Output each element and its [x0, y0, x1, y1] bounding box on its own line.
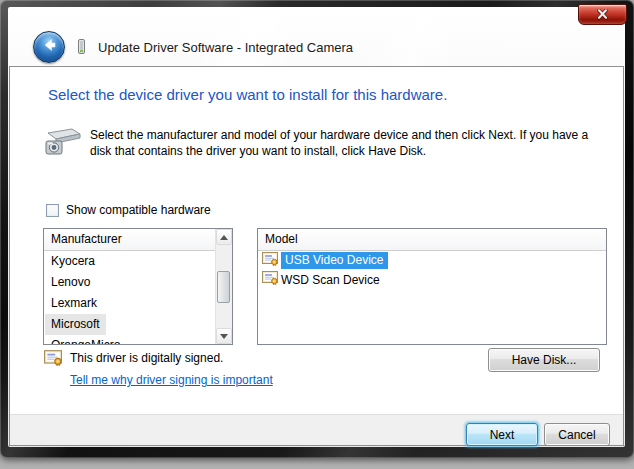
imaging-device-icon: [42, 123, 82, 161]
page-description: Select the manufacturer and model of you…: [90, 127, 590, 159]
digitally-signed-text: This driver is digitally signed.: [70, 351, 223, 365]
titlebar: Update Driver Software - Integrated Came…: [33, 29, 353, 65]
manufacturer-rows: Kyocera Lenovo Lexmark Microsoft OrangeM…: [44, 251, 232, 344]
update-driver-wizard-window: Update Driver Software - Integrated Came…: [0, 0, 634, 458]
close-x-icon: [596, 6, 609, 24]
back-arrow-icon: [40, 36, 58, 58]
list-item-selected-model[interactable]: USB Video Device: [258, 251, 606, 270]
page-heading: Select the device driver you want to ins…: [48, 86, 447, 103]
show-compatible-hardware-label[interactable]: Show compatible hardware: [66, 203, 211, 217]
signed-driver-certificate-icon: [262, 251, 278, 270]
show-compatible-hardware-row: Show compatible hardware: [46, 203, 211, 217]
driver-signing-info-link[interactable]: Tell me why driver signing is important: [70, 373, 273, 387]
desktop-background: Update Driver Software - Integrated Came…: [0, 0, 634, 469]
scrollbar-thumb[interactable]: [217, 271, 230, 303]
signed-driver-certificate-icon: [44, 349, 62, 367]
model-column-header[interactable]: Model: [258, 229, 606, 251]
list-item[interactable]: Lenovo: [44, 272, 232, 293]
back-button[interactable]: [33, 31, 65, 63]
manufacturer-scrollbar[interactable]: [215, 229, 232, 344]
manufacturer-list: Manufacturer Kyocera Lenovo Lexmark Micr…: [43, 228, 233, 345]
have-disk-button[interactable]: Have Disk...: [488, 348, 600, 372]
scroll-down-arrow-icon[interactable]: [216, 328, 232, 344]
window-chrome: Update Driver Software - Integrated Came…: [8, 7, 625, 447]
model-rows: USB Video Device: [258, 251, 606, 344]
model-list: Model: [257, 228, 607, 345]
show-compatible-hardware-checkbox[interactable]: [46, 204, 59, 217]
close-button[interactable]: [578, 4, 627, 25]
signed-driver-certificate-icon: [262, 270, 278, 289]
list-item[interactable]: Kyocera: [44, 251, 232, 272]
window-title: Update Driver Software - Integrated Came…: [98, 40, 353, 55]
list-item[interactable]: WSD Scan Device: [258, 270, 606, 289]
scroll-up-arrow-icon[interactable]: [216, 229, 232, 245]
next-button[interactable]: Next: [466, 423, 538, 446]
list-item[interactable]: Lexmark: [44, 293, 232, 314]
manufacturer-column-header[interactable]: Manufacturer: [44, 229, 215, 251]
wizard-page: Select the device driver you want to ins…: [9, 66, 624, 446]
list-item[interactable]: OrangeMicro: [44, 335, 232, 344]
driver-package-icon: [75, 38, 88, 56]
cancel-button[interactable]: Cancel: [544, 423, 610, 446]
list-item-selected-manufacturer[interactable]: Microsoft: [44, 314, 232, 335]
